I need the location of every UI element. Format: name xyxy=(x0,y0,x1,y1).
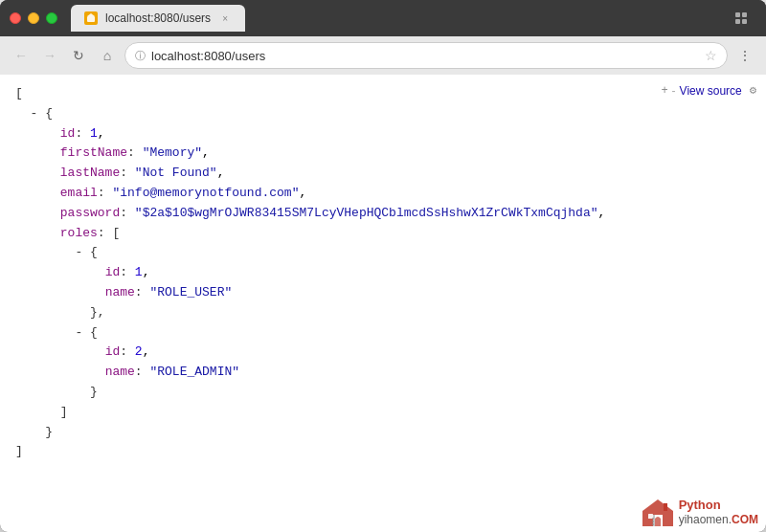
forward-button[interactable]: → xyxy=(38,44,61,67)
content-area: + - View source ⚙ [ - { id: 1, firstName… xyxy=(0,75,766,532)
menu-button[interactable]: ⋮ xyxy=(733,44,756,67)
home-button[interactable]: ⌂ xyxy=(96,44,119,67)
svg-marker-1 xyxy=(87,13,95,16)
info-icon: ⓘ xyxy=(135,49,146,63)
tab-title: localhost:8080/users xyxy=(105,11,211,25)
extensions-icon[interactable] xyxy=(730,7,753,30)
tabs-area: localhost:8080/users × xyxy=(71,5,730,32)
title-bar: localhost:8080/users × xyxy=(0,0,766,36)
svg-rect-2 xyxy=(735,12,740,17)
tab-close-button[interactable]: × xyxy=(218,11,232,25)
watermark-logo xyxy=(641,498,675,528)
watermark-site-label: yihaomen. xyxy=(679,513,732,526)
maximize-button[interactable] xyxy=(46,12,57,24)
watermark-text-block: Python yihaomen.COM xyxy=(679,499,758,527)
svg-rect-8 xyxy=(664,503,667,511)
tab-favicon xyxy=(84,11,98,25)
address-bar-row: ← → ↻ ⌂ ⓘ localhost:8080/users ☆ ⋮ xyxy=(0,36,766,75)
json-display: [ - { id: 1, firstName: "Memory", lastNa… xyxy=(15,84,751,462)
view-source-settings-icon[interactable]: ⚙ xyxy=(750,82,756,100)
svg-rect-9 xyxy=(648,514,653,519)
view-source-controls: + - View source ⚙ xyxy=(661,82,756,100)
url-text: localhost:8080/users xyxy=(151,49,699,63)
bookmark-icon[interactable]: ☆ xyxy=(705,48,717,63)
svg-rect-4 xyxy=(735,19,740,24)
address-bar[interactable]: ⓘ localhost:8080/users ☆ xyxy=(124,42,728,69)
traffic-lights xyxy=(10,12,57,24)
back-button[interactable]: ← xyxy=(10,44,33,67)
browser-controls-right xyxy=(730,7,756,30)
plus-icon[interactable]: + xyxy=(661,82,667,100)
svg-rect-0 xyxy=(87,16,95,22)
close-button[interactable] xyxy=(10,12,21,24)
watermark-python-label: Python xyxy=(679,498,721,512)
view-source-link[interactable]: View source xyxy=(680,82,742,100)
watermark-com-label: COM xyxy=(732,513,758,526)
svg-rect-3 xyxy=(742,12,747,17)
svg-rect-5 xyxy=(742,19,747,24)
watermark: Python yihaomen.COM xyxy=(635,494,766,532)
refresh-button[interactable]: ↻ xyxy=(67,44,90,67)
browser-window: localhost:8080/users × ← → ↻ ⌂ ⓘ localho… xyxy=(0,0,766,532)
minimize-button[interactable] xyxy=(28,12,39,24)
active-tab[interactable]: localhost:8080/users × xyxy=(71,5,245,32)
